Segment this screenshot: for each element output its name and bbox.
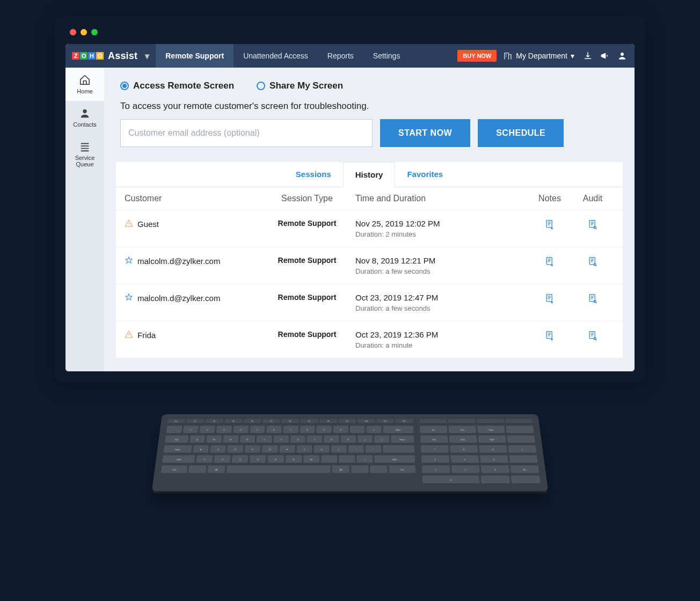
session-duration: Duration: 2 minutes: [355, 230, 528, 238]
tab-favorites[interactable]: Favorites: [395, 162, 455, 187]
keyboard-illustration: EscF1F2F3F4F5F6F7F8F9F10F11F12 ~12345678…: [162, 414, 538, 511]
table-body: Guest Remote Support Nov 25, 2019 12:02 …: [116, 210, 623, 358]
department-label: My Department: [516, 52, 567, 60]
radio-access-remote[interactable]: Access Remote Screen: [120, 80, 234, 91]
sidebar-item-label: Service Queue: [68, 155, 102, 167]
svg-rect-8: [546, 295, 552, 302]
customer-name: Frida: [137, 331, 156, 340]
svg-rect-2: [546, 221, 552, 228]
sidebar-item-home[interactable]: Home: [65, 68, 104, 101]
zoho-logo-icon: Z O H O: [72, 52, 104, 60]
radio-share-screen[interactable]: Share My Screen: [257, 80, 343, 91]
home-icon: [79, 74, 91, 86]
building-icon: [503, 51, 513, 61]
notes-button[interactable]: [528, 293, 571, 304]
sidebar-item-label: Contacts: [73, 121, 96, 128]
monitor-frame: Z O H O Assist ▾ Remote Support Unattend…: [55, 16, 645, 382]
tab-unattended-access[interactable]: Unattended Access: [234, 44, 318, 68]
tab-sessions[interactable]: Sessions: [284, 162, 343, 187]
svg-point-1: [83, 109, 86, 113]
session-time: Oct 23, 2019 12:36 PM: [355, 330, 528, 339]
table-row: malcolm.d@zylker.com Remote Support Oct …: [116, 284, 623, 321]
col-audit: Audit: [571, 194, 614, 203]
session-duration: Duration: a few seconds: [355, 267, 528, 275]
tab-settings[interactable]: Settings: [363, 44, 410, 68]
notes-button[interactable]: [528, 330, 571, 341]
col-session-type: Session Type: [259, 194, 355, 203]
audit-button[interactable]: [571, 219, 614, 230]
schedule-button[interactable]: SCHEDULE: [478, 119, 564, 147]
topbar: Z O H O Assist ▾ Remote Support Unattend…: [65, 44, 635, 68]
customer-name: Guest: [137, 219, 159, 229]
chevron-down-icon: ▾: [145, 51, 149, 61]
sidebar-item-label: Home: [77, 88, 92, 94]
department-dropdown[interactable]: My Department ▾: [503, 51, 574, 61]
time-cell: Nov 8, 2019 12:21 PM Duration: a few sec…: [355, 256, 528, 275]
customer-cell: Frida: [125, 330, 259, 340]
customer-name: malcolm.d@zylker.com: [137, 256, 220, 266]
session-type-cell: Remote Support: [259, 219, 355, 228]
customer-cell: Guest: [125, 219, 259, 229]
audit-button[interactable]: [571, 256, 614, 267]
megaphone-icon[interactable]: [600, 51, 610, 61]
buy-now-button[interactable]: BUY NOW: [457, 50, 497, 62]
session-type-cell: Remote Support: [259, 256, 355, 265]
time-cell: Nov 25, 2019 12:02 PM Duration: 2 minute…: [355, 219, 528, 238]
radio-unchecked-icon: [257, 82, 265, 90]
time-cell: Oct 23, 2019 12:36 PM Duration: a minute: [355, 330, 528, 349]
main-content: Access Remote Screen Share My Screen To …: [104, 68, 635, 371]
session-time: Nov 8, 2019 12:21 PM: [355, 256, 528, 265]
table-row: Guest Remote Support Nov 25, 2019 12:02 …: [116, 210, 623, 247]
col-notes: Notes: [528, 194, 571, 203]
maximize-dot[interactable]: [91, 29, 98, 35]
session-type-cell: Remote Support: [259, 293, 355, 302]
notes-button[interactable]: [528, 219, 571, 230]
svg-rect-5: [546, 258, 552, 265]
customer-cell: malcolm.d@zylker.com: [125, 256, 259, 266]
window-controls: [65, 27, 635, 44]
session-mode-row: Access Remote Screen Share My Screen: [116, 80, 623, 91]
audit-button[interactable]: [571, 293, 614, 304]
start-now-button[interactable]: START NOW: [380, 119, 470, 147]
session-type-cell: Remote Support: [259, 330, 355, 339]
radio-label: Access Remote Screen: [133, 80, 234, 91]
star-icon: [125, 293, 133, 303]
tab-remote-support[interactable]: Remote Support: [156, 44, 234, 68]
brand-logo[interactable]: Z O H O Assist ▾: [65, 50, 156, 62]
sidebar-item-contacts[interactable]: Contacts: [65, 101, 104, 134]
tab-history[interactable]: History: [343, 162, 396, 187]
sidebar-item-service-queue[interactable]: Service Queue: [65, 134, 104, 174]
customer-name: malcolm.d@zylker.com: [137, 294, 220, 303]
warning-icon: [125, 330, 133, 340]
svg-point-0: [621, 53, 624, 56]
close-dot[interactable]: [70, 29, 76, 35]
table-row: malcolm.d@zylker.com Remote Support Nov …: [116, 247, 623, 284]
product-name: Assist: [108, 50, 137, 62]
col-time: Time and Duration: [355, 194, 528, 203]
audit-button[interactable]: [571, 330, 614, 341]
customer-email-input[interactable]: [120, 119, 373, 147]
time-cell: Oct 23, 2019 12:47 PM Duration: a few se…: [355, 293, 528, 312]
notes-button[interactable]: [528, 256, 571, 267]
app-window: Z O H O Assist ▾ Remote Support Unattend…: [65, 44, 635, 371]
session-time: Nov 25, 2019 12:02 PM: [355, 219, 528, 228]
contacts-icon: [79, 107, 91, 119]
history-tabs: Sessions History Favorites: [116, 162, 623, 187]
app-body: Home Contacts Service Queue Access Remot…: [65, 68, 635, 371]
table-row: Frida Remote Support Oct 23, 2019 12:36 …: [116, 321, 623, 358]
session-duration: Duration: a few seconds: [355, 304, 528, 312]
minimize-dot[interactable]: [81, 29, 87, 35]
nav-tabs: Remote Support Unattended Access Reports…: [156, 44, 410, 68]
radio-label: Share My Screen: [269, 80, 343, 91]
user-icon[interactable]: [617, 51, 627, 61]
col-customer: Customer: [125, 194, 259, 203]
session-hint: To access your remote customer's screen …: [116, 101, 623, 112]
download-icon[interactable]: [583, 51, 593, 61]
tab-reports[interactable]: Reports: [318, 44, 363, 68]
star-icon: [125, 256, 133, 266]
customer-cell: malcolm.d@zylker.com: [125, 293, 259, 303]
session-duration: Duration: a minute: [355, 341, 528, 349]
chevron-down-icon: ▾: [571, 52, 574, 60]
table-header: Customer Session Type Time and Duration …: [116, 187, 623, 210]
action-row: START NOW SCHEDULE: [116, 119, 623, 147]
